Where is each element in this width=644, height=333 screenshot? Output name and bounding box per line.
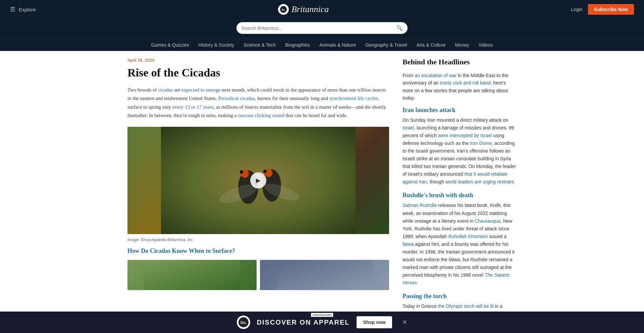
svg-point-8 [263,170,267,173]
link-every-years[interactable]: every 13 or 17 years [172,104,213,110]
link-iron-dome[interactable]: Iron Dome [470,141,492,146]
sidebar-title: Behind the Headlines [402,58,517,66]
link-rock-band[interactable]: iconic rock and roll band [440,80,490,86]
ad-content: On. DISCOVER ON APPAREL Shop now [237,316,392,329]
nav-item-science-tech[interactable]: Science & Tech [244,42,276,48]
svg-rect-11 [144,260,240,290]
ad-tag: Advertisement [311,313,333,317]
sidebar-intro: From an escalation of war in the Middle … [402,72,517,102]
link-world-leaders[interactable]: world leaders are urging restraint [445,179,514,184]
nav-item-arts-culture[interactable]: Arts & Culture [417,42,446,48]
nav-item-animals-nature[interactable]: Animals & Nature [319,42,356,48]
link-khomeini[interactable]: Ruhollah Khomeini [448,234,488,239]
sidebar: Behind the Headlines From an escalation … [402,58,517,333]
ad-banner: Advertisement On. DISCOVER ON APPAREL Sh… [0,312,644,333]
nav-bar: Games & Quizzes History & Society Scienc… [0,39,644,51]
header-right: Login Subscribe Now [571,4,634,15]
link-salman-rushdie[interactable]: Salman Rushdie [402,203,437,208]
svg-point-6 [240,170,243,174]
link-synchronized-life-cycles[interactable]: synchronized life cycles [329,96,378,101]
link-israel[interactable]: Israel [402,125,414,130]
login-button[interactable]: Login [571,7,583,12]
thumbnail-2 [260,260,389,290]
link-cicadas[interactable]: cicadas [158,87,173,93]
sidebar-section-rushdie[interactable]: Rushdie's brush with death [402,192,517,199]
nav-item-biographies[interactable]: Biographies [285,42,310,48]
search-input[interactable] [241,25,393,31]
link-chautauqua[interactable]: Chautauqua [475,218,500,224]
caption-prefix: Image: [127,237,141,242]
subscribe-button[interactable]: Subscribe Now [588,4,634,15]
play-button[interactable]: ▶ [250,172,266,188]
link-fatwa[interactable]: fatwa [402,241,414,247]
article-section: April 16, 2024 Rise of the Cicadas Two b… [127,58,389,333]
svg-text:Br: Br [282,8,285,11]
main-container: April 16, 2024 Rise of the Cicadas Two b… [121,51,523,333]
link-escalation-war[interactable]: an escalation of war [415,73,457,78]
caption-source: Encyclopædia Britannica, Inc. [141,237,194,242]
search-bar[interactable]: 🔍 [236,22,408,34]
link-intercepted-israel[interactable]: were intercepted by Israel [438,133,492,138]
svg-rect-12 [277,260,372,290]
link-satanic-verses[interactable]: The Satanic Verses [402,272,510,285]
sidebar-body-iran: On Sunday Iran mounted a direct military… [402,116,517,186]
ad-logo: On. [237,316,250,329]
sidebar-section-iran[interactable]: Iran launches attack [402,107,517,114]
svg-text:On.: On. [240,321,246,325]
sidebar-section-torch[interactable]: Passing the torch [402,293,517,300]
link-olympic-torch[interactable]: the Olympic torch will be lit [438,303,494,309]
top-header: ☰ Explore Br Britannica Login Subscribe … [0,0,644,19]
logo-icon: Br [278,4,289,15]
article-image: ▶ [127,127,389,234]
explore-label[interactable]: Explore [19,7,36,12]
search-icon[interactable]: 🔍 [396,25,403,31]
ad-close-button[interactable]: ✕ [402,319,407,326]
article-title: Rise of the Cicadas [127,66,389,80]
nav-item-money[interactable]: Money [455,42,469,48]
nav-item-videos[interactable]: Videos [479,42,493,48]
logo-text: Britannica [291,4,329,14]
article-body-1: Two broods of cicadas are expected to em… [127,86,389,120]
ad-shop-button[interactable]: Shop now [357,316,392,328]
header-left: ☰ Explore [10,6,36,13]
article-image-container: ▶ [127,127,389,234]
link-periodical-cicadas[interactable]: Periodical cicadas [218,96,255,101]
caption-link[interactable]: How Do Cicadas Know When to Surface? [127,247,235,254]
nav-item-history-society[interactable]: History & Society [198,42,234,48]
ad-main-text: DISCOVER ON APPAREL [257,319,350,326]
thumbnail-row [127,260,389,290]
search-container: 🔍 [0,19,644,39]
nav-item-games-quizzes[interactable]: Games & Quizzes [151,42,189,48]
image-caption: Image: Encyclopædia Britannica, Inc. [127,237,389,242]
book-title: Knife [490,203,501,208]
article-date: April 16, 2024 [127,58,389,63]
hamburger-icon[interactable]: ☰ [10,6,15,13]
sidebar-body-rushdie: Salman Rushdie releases his latest book,… [402,202,517,287]
link-clicking-sound[interactable]: raucous clicking sound [238,113,284,118]
article-caption-title[interactable]: How Do Cicadas Know When to Surface? [127,247,389,255]
nav-item-geography-travel[interactable]: Geography & Travel [365,42,407,48]
thumbnail-1 [127,260,257,290]
link-expected-to-emerge[interactable]: expected to emerge [181,87,220,93]
logo[interactable]: Br Britannica [278,4,329,15]
